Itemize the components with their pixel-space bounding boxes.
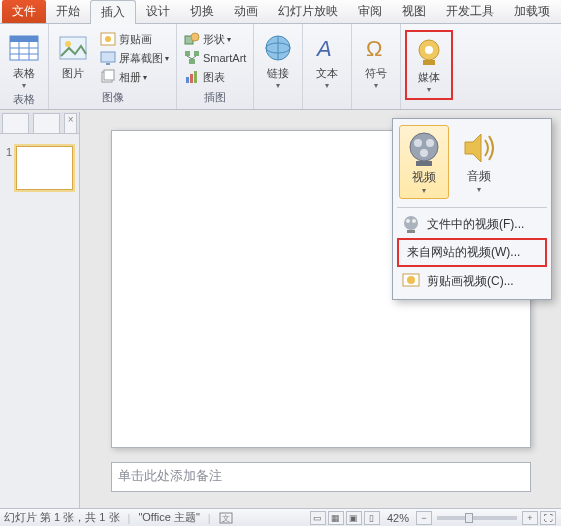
svg-point-38 <box>404 216 418 230</box>
smartart-button[interactable]: SmartArt <box>181 49 249 67</box>
chart-button[interactable]: 图表 <box>181 68 249 86</box>
tab-animation[interactable]: 动画 <box>224 0 268 23</box>
tab-addin[interactable]: 加载项 <box>504 0 560 23</box>
svg-rect-31 <box>423 60 435 65</box>
chevron-down-icon: ▾ <box>325 81 329 90</box>
tab-developer[interactable]: 开发工具 <box>436 0 504 23</box>
thumbnail-pane: × 1 <box>0 112 80 508</box>
audio-button[interactable]: 音频 ▾ <box>455 125 503 199</box>
zoom-slider[interactable] <box>437 516 517 520</box>
symbol-button[interactable]: Ω 符号 ▾ <box>356 30 396 92</box>
album-button[interactable]: 相册▾ <box>97 68 172 86</box>
group-title-tables: 表格 <box>13 92 35 109</box>
table-button[interactable]: 表格 ▾ <box>4 30 44 92</box>
thumbnail-tab-outline[interactable] <box>33 113 60 133</box>
media-dropdown: 视频 ▾ 音频 ▾ 文件中的视频(F)... 来自网站的视频(W)... 剪贴画… <box>392 118 552 300</box>
video-from-web-label: 来自网站的视频(W)... <box>407 244 520 261</box>
svg-point-34 <box>426 139 434 147</box>
video-from-web[interactable]: 来自网站的视频(W)... <box>397 238 547 267</box>
clipart-video-icon <box>401 271 421 291</box>
svg-point-7 <box>65 41 71 47</box>
svg-rect-10 <box>101 52 115 62</box>
svg-rect-41 <box>407 230 415 233</box>
tab-bar: 文件 开始 插入 设计 切换 动画 幻灯片放映 审阅 视图 开发工具 加载项 <box>0 0 561 24</box>
media-button[interactable]: 媒体 ▾ <box>405 30 453 100</box>
svg-text:A: A <box>315 36 332 61</box>
tab-view[interactable]: 视图 <box>392 0 436 23</box>
symbol-icon: Ω <box>360 32 392 64</box>
tab-review[interactable]: 审阅 <box>348 0 392 23</box>
shapes-icon <box>184 31 200 47</box>
view-reading-button[interactable]: ▣ <box>346 511 362 525</box>
link-icon <box>262 32 294 64</box>
status-bar: 幻灯片 第 1 张，共 1 张 | "Office 主题" | 文 ▭ ▦ ▣ … <box>0 508 561 526</box>
screenshot-button[interactable]: 屏幕截图▾ <box>97 49 172 67</box>
svg-point-43 <box>407 276 415 284</box>
tab-transitions[interactable]: 切换 <box>180 0 224 23</box>
svg-rect-23 <box>194 71 197 83</box>
zoom-knob[interactable] <box>465 513 473 523</box>
svg-point-39 <box>406 219 410 223</box>
thumbnail-close[interactable]: × <box>64 113 77 133</box>
view-slideshow-button[interactable]: ▯ <box>364 511 380 525</box>
media-icon <box>413 36 445 68</box>
view-sorter-button[interactable]: ▦ <box>328 511 344 525</box>
thumbnail-tabs: × <box>0 112 79 134</box>
symbol-label: 符号 <box>365 66 387 81</box>
group-media: 媒体 ▾ <box>401 24 457 109</box>
picture-button[interactable]: 图片 <box>53 30 93 83</box>
svg-text:文: 文 <box>222 514 230 523</box>
view-normal-button[interactable]: ▭ <box>310 511 326 525</box>
svg-point-9 <box>105 36 111 42</box>
tab-slideshow[interactable]: 幻灯片放映 <box>268 0 348 23</box>
text-button[interactable]: A 文本 ▾ <box>307 30 347 92</box>
svg-rect-13 <box>104 70 114 80</box>
slide-thumbnail[interactable]: 1 <box>6 146 73 190</box>
status-zoom: 42% <box>387 512 409 524</box>
svg-rect-36 <box>416 161 432 166</box>
thumbnail-preview <box>16 146 73 190</box>
zoom-in-button[interactable]: + <box>522 511 538 525</box>
video-from-file[interactable]: 文件中的视频(F)... <box>393 210 551 238</box>
svg-rect-16 <box>185 51 190 56</box>
text-label: 文本 <box>316 66 338 81</box>
status-theme: "Office 主题" <box>138 510 199 525</box>
video-button[interactable]: 视频 ▾ <box>399 125 449 199</box>
svg-rect-17 <box>194 51 199 56</box>
video-from-file-label: 文件中的视频(F)... <box>427 216 524 233</box>
group-title-illus: 插图 <box>204 90 226 107</box>
svg-rect-18 <box>189 59 195 64</box>
text-icon: A <box>311 32 343 64</box>
svg-rect-11 <box>106 63 110 65</box>
svg-line-20 <box>192 56 196 59</box>
zoom-out-button[interactable]: − <box>416 511 432 525</box>
clipart-button[interactable]: 剪贴画 <box>97 30 172 48</box>
shapes-button[interactable]: 形状▾ <box>181 30 249 48</box>
link-button[interactable]: 链接 ▾ <box>258 30 298 92</box>
tab-home[interactable]: 开始 <box>46 0 90 23</box>
smartart-label: SmartArt <box>203 52 246 64</box>
svg-point-33 <box>414 139 422 147</box>
album-icon <box>100 69 116 85</box>
audio-icon <box>459 128 499 168</box>
notes-pane[interactable]: 单击此处添加备注 <box>111 462 531 492</box>
svg-point-35 <box>420 149 428 157</box>
video-icon <box>404 129 444 169</box>
video-from-clipart[interactable]: 剪贴画视频(C)... <box>393 267 551 295</box>
group-symbol: Ω 符号 ▾ <box>352 24 401 109</box>
group-images: 图片 剪贴画 屏幕截图▾ 相册▾ 图像 <box>49 24 177 109</box>
chevron-down-icon: ▾ <box>22 81 26 90</box>
group-link: 链接 ▾ <box>254 24 303 109</box>
audio-label: 音频 <box>467 168 491 185</box>
thumbnail-tab-slides[interactable] <box>2 113 29 133</box>
tab-insert[interactable]: 插入 <box>90 0 136 24</box>
tab-file[interactable]: 文件 <box>2 0 46 23</box>
chart-icon <box>184 69 200 85</box>
tab-design[interactable]: 设计 <box>136 0 180 23</box>
fit-button[interactable]: ⛶ <box>540 511 556 525</box>
table-icon <box>8 32 40 64</box>
thumbnail-number: 1 <box>6 146 12 158</box>
svg-text:Ω: Ω <box>366 36 382 61</box>
video-label: 视频 <box>412 169 436 186</box>
svg-point-40 <box>412 219 416 223</box>
